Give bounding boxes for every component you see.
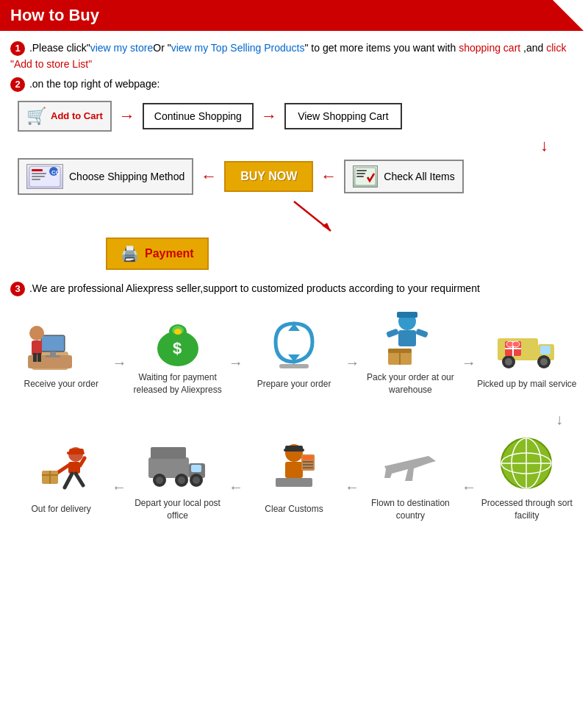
svg-rect-70 bbox=[151, 447, 186, 459]
arrow4-icon: ← bbox=[320, 167, 337, 186]
svg-text:CC: CC bbox=[51, 169, 60, 176]
arrow-p7: → bbox=[345, 480, 359, 497]
shipping-icon: CC bbox=[26, 164, 63, 189]
svg-rect-34 bbox=[398, 330, 416, 346]
svg-point-44 bbox=[505, 358, 512, 365]
arrow-p2: → bbox=[229, 354, 243, 371]
check-all-items-button[interactable]: Check All Items bbox=[344, 160, 463, 193]
svg-point-74 bbox=[178, 477, 185, 484]
depart-label: Depart your local post office bbox=[126, 497, 228, 522]
svg-rect-59 bbox=[284, 449, 304, 452]
payment-wait-icon: $ bbox=[145, 308, 211, 367]
continue-shopping-label: Continue Shopping bbox=[154, 110, 242, 122]
process-row1: Receive your order → $ Waiting for payme… bbox=[10, 308, 578, 396]
svg-rect-80 bbox=[68, 462, 80, 474]
process-item-pickup: Picked up by mail service bbox=[476, 315, 578, 390]
payment-label: Payment bbox=[145, 247, 194, 260]
process-item-receive: Receive your order bbox=[10, 315, 112, 390]
payment-button[interactable]: 🖨️ Payment bbox=[106, 238, 209, 270]
view-store-link[interactable]: view my store bbox=[90, 42, 154, 54]
svg-rect-63 bbox=[303, 456, 313, 460]
svg-rect-4 bbox=[32, 179, 40, 180]
view-shopping-cart-button[interactable]: View Shopping Cart bbox=[284, 103, 402, 129]
step3-text: 3 .We are professional Aliexpress seller… bbox=[10, 280, 578, 296]
process-item-pack: Pack your order at our warehouse bbox=[359, 308, 461, 396]
svg-line-81 bbox=[57, 465, 68, 473]
prepare-icon bbox=[261, 315, 327, 374]
pack-label: Pack your order at our warehouse bbox=[359, 371, 461, 396]
step2-label: 2 .on the top right of webpage: bbox=[10, 77, 578, 92]
svg-point-27 bbox=[174, 329, 182, 335]
add-to-cart-label: Add to Cart bbox=[51, 110, 103, 121]
process-item-prepare: Prepare your order bbox=[243, 315, 345, 390]
svg-rect-21 bbox=[37, 353, 41, 362]
process-item-customs: Clear Customs bbox=[243, 440, 345, 516]
flow-row1: 🛒 Add to Cart → Continue Shopping → View… bbox=[18, 101, 570, 132]
arrow2-icon: → bbox=[261, 107, 277, 126]
delivery-label: Out for delivery bbox=[31, 503, 90, 516]
process-item-payment: $ Waiting for payment released by Aliexp… bbox=[126, 308, 228, 396]
step1-prefix: .Please click" bbox=[29, 42, 90, 54]
header-section: How to Buy bbox=[0, 0, 588, 31]
process-item-sort: Processed through sort facility bbox=[476, 434, 578, 522]
svg-rect-3 bbox=[32, 176, 45, 177]
svg-rect-2 bbox=[32, 173, 46, 174]
payment-row: 🖨️ Payment bbox=[18, 238, 570, 270]
buy-now-button[interactable]: BUY NOW bbox=[224, 161, 313, 192]
process-row2: Processed through sort facility → Flown … bbox=[10, 434, 578, 522]
payment-wait-label: Waiting for payment released by Aliexpre… bbox=[126, 371, 228, 396]
step1-or: Or " bbox=[153, 42, 171, 54]
pickup-label: Picked up by mail service bbox=[477, 378, 576, 390]
svg-line-84 bbox=[76, 474, 83, 485]
process-item-flight: Flown to destination country bbox=[359, 434, 461, 522]
receive-label: Receive your order bbox=[24, 378, 98, 390]
buy-now-label: BUY NOW bbox=[240, 170, 297, 182]
depart-icon bbox=[145, 434, 211, 493]
arrow-p3: → bbox=[345, 354, 359, 371]
arrow-down-icon: ↓ bbox=[18, 136, 570, 155]
step3-circle: 3 bbox=[10, 282, 25, 296]
choose-shipping-button[interactable]: CC Choose Shipping Method bbox=[18, 158, 193, 195]
arrow-p5: → bbox=[112, 480, 126, 497]
choose-shipping-label: Choose Shipping Method bbox=[69, 171, 184, 182]
step1-circle: 1 bbox=[10, 41, 25, 56]
cart-icon: 🛒 bbox=[26, 107, 46, 126]
svg-point-46 bbox=[540, 358, 548, 365]
customs-label: Clear Customs bbox=[265, 503, 323, 516]
step3-content: .We are professional Aliexpress seller,s… bbox=[29, 282, 480, 294]
content-section: 1 .Please click"view my storeOr "view my… bbox=[0, 31, 588, 530]
top-selling-link[interactable]: view my Top Selling Products bbox=[171, 42, 305, 54]
svg-rect-60 bbox=[285, 462, 303, 478]
svg-rect-10 bbox=[356, 176, 364, 177]
svg-rect-69 bbox=[191, 465, 201, 472]
delivery-icon bbox=[28, 440, 94, 499]
pickup-icon bbox=[494, 315, 560, 374]
payment-icon: 🖨️ bbox=[121, 245, 139, 263]
svg-rect-36 bbox=[415, 329, 429, 338]
page-title: How to Buy bbox=[10, 6, 99, 25]
svg-rect-79 bbox=[67, 452, 85, 454]
svg-rect-33 bbox=[397, 312, 417, 318]
customs-icon bbox=[261, 440, 327, 499]
sort-icon bbox=[494, 434, 560, 493]
arrow1-icon: → bbox=[119, 107, 135, 126]
step2-circle: 2 bbox=[10, 77, 25, 92]
add-to-cart-button[interactable]: 🛒 Add to Cart bbox=[18, 101, 112, 132]
continue-shopping-button[interactable]: Continue Shopping bbox=[143, 103, 254, 129]
svg-point-76 bbox=[193, 477, 200, 484]
svg-rect-30 bbox=[279, 364, 309, 368]
svg-rect-8 bbox=[356, 170, 367, 171]
step1-text: 1 .Please click"view my storeOr "view my… bbox=[10, 40, 578, 73]
svg-line-83 bbox=[65, 474, 72, 488]
flight-label: Flown to destination country bbox=[359, 497, 461, 522]
svg-rect-1 bbox=[32, 169, 43, 171]
svg-rect-20 bbox=[33, 353, 37, 362]
flight-icon bbox=[377, 434, 443, 493]
svg-rect-17 bbox=[46, 355, 60, 357]
check-all-label: Check All Items bbox=[384, 171, 454, 182]
flow-row2: CC Choose Shipping Method ← BUY NOW ← bbox=[18, 158, 570, 195]
svg-rect-16 bbox=[50, 352, 56, 355]
process-item-depart: Depart your local post office bbox=[126, 434, 228, 522]
diag-arrow-container bbox=[18, 198, 570, 235]
pack-icon bbox=[377, 308, 443, 367]
